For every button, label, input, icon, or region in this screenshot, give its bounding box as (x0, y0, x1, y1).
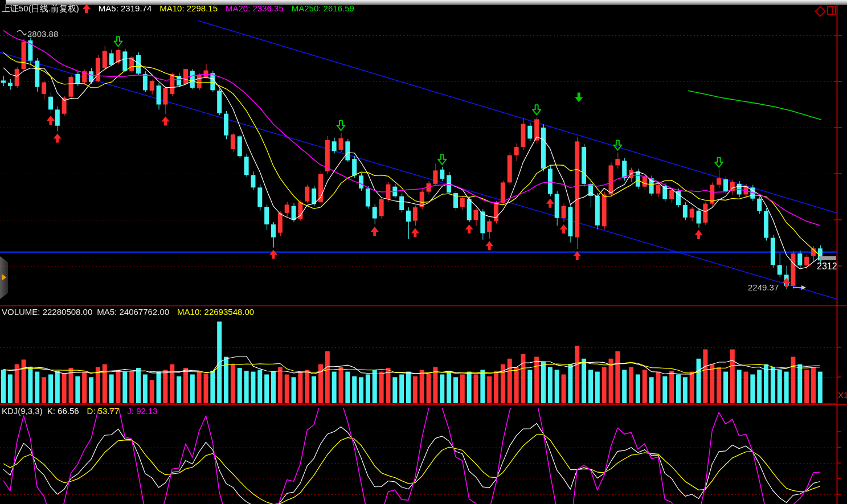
volume-value: VOLUME: 22280508.00 (2, 307, 92, 317)
kdj-j-value: J: 92.13 (127, 406, 157, 416)
high-price-label: 2803.88 (27, 29, 58, 39)
low-price-label: 2249.37 (748, 282, 779, 292)
ma250-value: MA250: 2616.59 (292, 3, 354, 13)
volume-ma5-value: MA5: 24067762.00 (97, 307, 169, 317)
left-panel-expander[interactable] (0, 256, 8, 299)
main-pane-header: 上证50(日线.前复权)MA5: 2319.74MA10: 2298.15MA2… (2, 3, 362, 14)
kdj-k-value: K: 66.56 (47, 406, 79, 416)
stock-chart-app: 上证50(日线.前复权)MA5: 2319.74MA10: 2298.15MA2… (0, 0, 847, 504)
up-arrow-icon (83, 4, 91, 13)
kdj-pane-header: KDJ(9,3,3)K: 66.56D: 53.77J: 92.13 (2, 406, 166, 416)
ma10-value: MA10: 2298.15 (159, 3, 218, 13)
kdj-d-value: D: 53.77 (87, 406, 120, 416)
expander-arrow-icon (2, 274, 6, 281)
ma5-value: MA5: 2319.74 (99, 3, 152, 13)
last-price-tag: 2312 (817, 261, 837, 272)
last-price-marker-bar (819, 256, 836, 260)
corner-label: X1 (838, 390, 847, 400)
ma20-value: MA20: 2336.35 (226, 3, 284, 13)
volume-ma10-value: MA10: 22693548.00 (177, 307, 254, 317)
volume-pane-header: VOLUME: 22280508.00MA5: 24067762.00MA10:… (2, 307, 262, 317)
symbol-title: 上证50(日线.前复权) (2, 3, 79, 13)
chart-canvas[interactable] (0, 0, 847, 504)
window-split-icon[interactable] (827, 6, 836, 15)
kdj-name: KDJ(9,3,3) (2, 406, 43, 416)
